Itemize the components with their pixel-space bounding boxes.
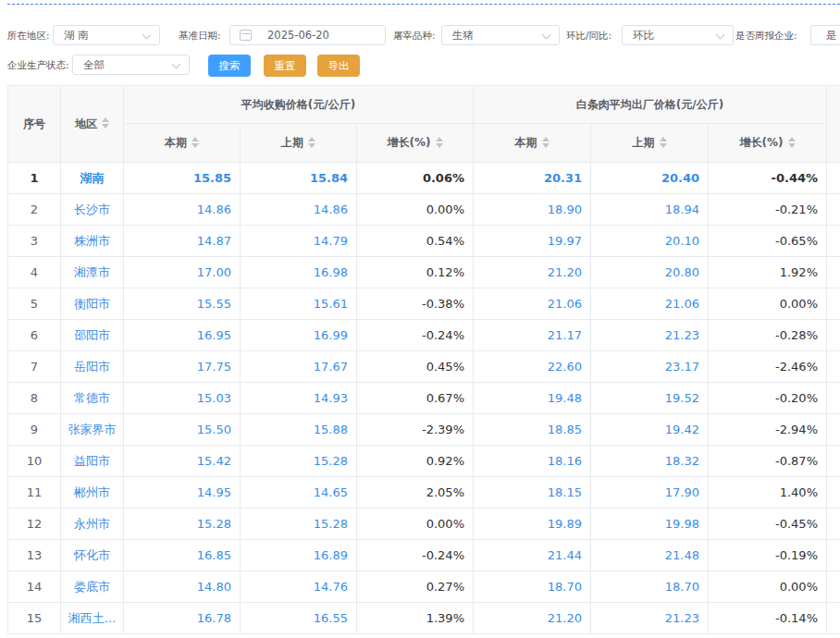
export-button[interactable]: 导出 [317,55,360,77]
row-carcass-prev: 19.42 [591,414,709,446]
row-region-link[interactable]: 长沙市 [61,194,124,226]
row-extra-cell [827,320,840,351]
row-buy-prev: 14.86 [241,194,357,226]
row-carcass-prev: 21.23 [591,320,709,351]
row-seq: 10 [8,446,61,477]
row-carcass-current: 19.89 [474,509,591,540]
row-region-link[interactable]: 湖南 [61,163,124,194]
row-buy-current: 16.85 [124,540,241,571]
row-region-link[interactable]: 怀化市 [61,540,124,571]
chevron-down-icon [142,31,152,40]
row-extra-cell [827,603,840,634]
row-seq: 8 [8,383,61,414]
search-button[interactable]: 搜索 [208,55,251,77]
base-date-label: 基准日期: [179,25,221,45]
row-carcass-growth: -0.44% [709,163,827,194]
sort-icon[interactable] [542,137,550,148]
sort-icon[interactable] [436,137,443,148]
table-row: 14娄底市14.8014.760.27%18.7018.700.00% [8,571,840,603]
row-buy-prev: 14.93 [241,383,357,414]
row-extra-cell [827,163,840,194]
row-buy-prev: 16.98 [241,257,357,288]
row-seq: 5 [8,288,61,320]
sort-icon[interactable] [788,137,796,148]
row-region-link[interactable]: 衡阳市 [61,288,124,320]
row-seq: 3 [8,226,61,257]
col-header-region[interactable]: 地区 [61,86,124,163]
row-extra-cell [827,257,840,288]
row-extra-cell [827,540,840,571]
table-row: 6邵阳市16.9516.99-0.24%21.1721.23-0.28% [8,320,840,351]
status-filter-label: 企业生产状态: [7,55,69,75]
row-extra-cell [827,194,840,226]
row-extra-cell [827,477,840,509]
row-carcass-current: 19.97 [474,226,591,257]
row-buy-prev: 15.28 [241,446,357,477]
row-carcass-prev: 21.48 [591,540,709,571]
region-select[interactable]: 湖 南 [53,25,160,45]
table-row: 10益阳市15.4215.280.92%18.1618.32-0.87% [8,446,840,477]
row-region-link[interactable]: 郴州市 [61,477,124,509]
row-region-link[interactable]: 娄底市 [61,571,124,603]
row-buy-growth: 0.06% [357,163,474,194]
row-carcass-growth: -0.19% [709,540,827,571]
row-carcass-prev: 23.17 [591,351,709,383]
row-buy-current: 15.55 [124,288,241,320]
row-region-link[interactable]: 株洲市 [61,226,124,257]
col-header-buy-growth[interactable]: 增长(%) [357,124,474,163]
row-carcass-prev: 18.94 [591,194,709,226]
row-seq: 6 [8,320,61,351]
row-region-link[interactable]: 益阳市 [61,446,124,477]
compare-select[interactable]: 环比 [622,25,734,45]
group-header-carcass: 白条肉平均出厂价格(元/公斤) [474,86,827,124]
row-buy-growth: 0.67% [357,383,474,414]
sort-icon[interactable] [102,117,109,129]
row-region-link[interactable]: 湘西土... [61,603,124,634]
row-carcass-prev: 21.06 [591,288,709,320]
row-carcass-growth: -0.28% [709,320,827,351]
row-buy-growth: 0.45% [357,351,474,383]
row-buy-current: 15.03 [124,383,241,414]
sort-icon[interactable] [308,137,315,148]
row-carcass-current: 18.15 [474,477,591,509]
row-seq: 1 [8,163,61,194]
status-select[interactable]: 全部 [72,55,190,75]
row-region-link[interactable]: 永州市 [61,509,124,540]
row-region-link[interactable]: 湘潭市 [61,257,124,288]
row-carcass-current: 21.06 [474,288,591,320]
col-header-carcass-growth[interactable]: 增长(%) [709,124,827,163]
table-row: 11郴州市14.9514.652.05%18.1517.901.40% [8,477,840,509]
calendar-icon [240,30,252,41]
row-buy-current: 15.28 [124,509,241,540]
row-region-link[interactable]: 常德市 [61,383,124,414]
row-buy-prev: 15.88 [241,414,357,446]
row-buy-growth: 1.39% [357,603,474,634]
col-header-buy-prev[interactable]: 上期 [241,124,357,163]
base-date-input[interactable]: 2025-06-20 [229,25,386,45]
col-header-carcass-prev[interactable]: 上期 [591,124,709,163]
sort-icon[interactable] [191,137,199,148]
row-carcass-growth: -0.14% [709,603,827,634]
region-filter-label: 所在地区: [7,25,50,45]
row-region-link[interactable]: 岳阳市 [61,351,124,383]
variety-select[interactable]: 生猪 [441,25,560,45]
row-extra-cell [827,446,840,477]
row-buy-growth: -0.38% [357,288,474,320]
row-region-link[interactable]: 张家界市 [61,414,124,446]
reset-button[interactable]: 重置 [264,55,306,77]
col-header-buy-current[interactable]: 本期 [124,124,241,163]
row-region-link[interactable]: 邵阳市 [61,320,124,351]
row-carcass-current: 21.17 [474,320,591,351]
col-header-seq: 序号 [8,86,61,163]
row-carcass-current: 22.60 [474,351,591,383]
row-carcass-prev: 18.32 [591,446,709,477]
row-extra-cell [827,351,840,383]
sort-icon[interactable] [660,137,667,148]
price-table: 序号 地区 平均收购价格(元/公斤) 白条肉平均出厂价格(元/公斤) 本期 上期… [7,85,840,634]
weekly-select[interactable]: 是 [810,25,840,45]
row-carcass-prev: 19.98 [591,509,709,540]
col-header-carcass-current[interactable]: 本期 [474,124,591,163]
row-buy-current: 14.95 [124,477,241,509]
row-carcass-prev: 20.10 [591,226,709,257]
table-row: 4湘潭市17.0016.980.12%21.2020.801.92% [8,257,840,288]
